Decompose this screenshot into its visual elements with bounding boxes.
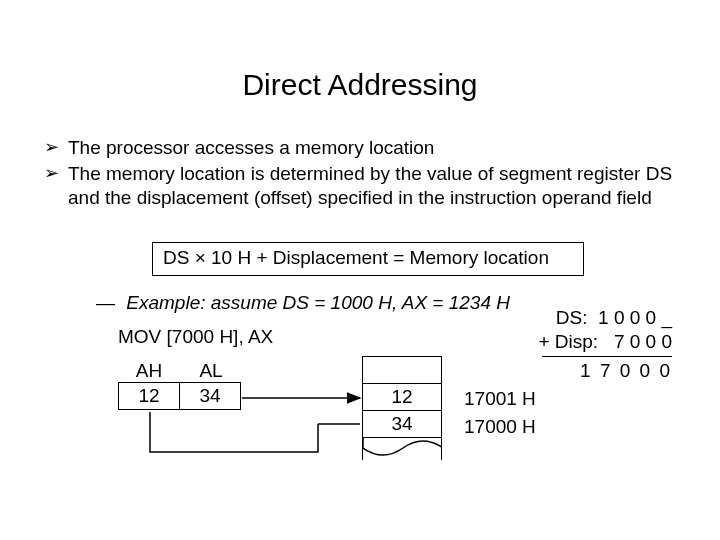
example-line: — Example: assume DS = 1000 H, AX = 1234… [96, 292, 510, 314]
instruction-text: MOV [7000 H], AX [118, 326, 273, 348]
example-body: assume DS = 1000 H, AX = 1234 H [211, 292, 510, 313]
memory-cell-hi: 12 [362, 384, 442, 411]
calc-result: 1 7 0 0 0 [472, 359, 672, 383]
memory-block: 12 34 [362, 356, 442, 460]
calc-rule-line [542, 356, 672, 357]
bullet-text: The memory location is determined by the… [68, 162, 684, 210]
bullet-arrow-icon: ➢ [44, 136, 68, 159]
memory-address-lo: 17000 H [464, 416, 536, 438]
bullet-text: The processor accesses a memory location [68, 136, 684, 160]
formula-box: DS × 10 H + Displacement = Memory locati… [152, 242, 584, 276]
memory-cell-lo: 34 [362, 411, 442, 438]
memory-cell-top [362, 356, 442, 384]
bullet-arrow-icon: ➢ [44, 162, 68, 185]
memory-torn-edge-icon [362, 438, 442, 460]
bullet-item: ➢ The processor accesses a memory locati… [44, 136, 684, 160]
em-dash-icon: — [96, 292, 115, 313]
reg-al-value: 34 [180, 382, 241, 410]
calc-line-ds: DS: 1 0 0 0 _ [472, 306, 672, 330]
bullet-item: ➢ The memory location is determined by t… [44, 162, 684, 210]
slide-title: Direct Addressing [0, 68, 720, 102]
reg-al-label: AL [180, 360, 242, 382]
bullet-list: ➢ The processor accesses a memory locati… [44, 136, 684, 211]
register-ax: AH AL 12 34 [118, 360, 242, 410]
reg-ah-value: 12 [118, 382, 180, 410]
address-calculation: DS: 1 0 0 0 _ + Disp: 7 0 0 0 1 7 0 0 0 [472, 306, 672, 382]
calc-line-disp: + Disp: 7 0 0 0 [472, 330, 672, 354]
memory-address-hi: 17001 H [464, 388, 536, 410]
example-label: Example: [126, 292, 205, 313]
slide: Direct Addressing ➢ The processor access… [0, 0, 720, 540]
reg-ah-label: AH [118, 360, 180, 382]
